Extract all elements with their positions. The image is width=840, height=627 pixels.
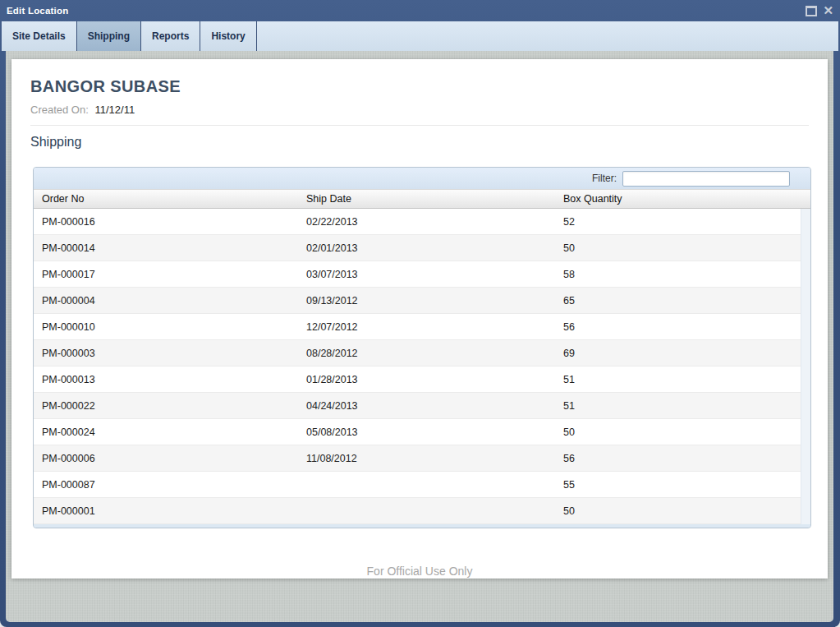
column-header-order-no[interactable]: Order No (34, 193, 298, 205)
table-row[interactable]: PM-00002204/24/201351 (34, 393, 801, 419)
tab-history[interactable]: History (200, 21, 256, 51)
cell-order-no: PM-000006 (34, 453, 298, 464)
filter-input[interactable] (622, 171, 790, 187)
table-row[interactable]: PM-00000611/08/201256 (34, 445, 801, 472)
window-title: Edit Location (7, 6, 68, 16)
maximize-icon[interactable] (806, 6, 817, 16)
cell-box-quantity: 58 (555, 269, 801, 280)
cell-box-quantity: 56 (555, 321, 801, 333)
table-row[interactable]: PM-00001301/28/201351 (34, 367, 801, 393)
cell-box-quantity: 56 (555, 453, 801, 464)
cell-order-no: PM-000013 (34, 374, 298, 385)
cell-order-no: PM-000014 (34, 242, 298, 254)
cell-box-quantity: 65 (555, 295, 801, 307)
cell-order-no: PM-000003 (34, 348, 298, 359)
cell-order-no: PM-000087 (34, 479, 298, 491)
table-row[interactable]: PM-00000150 (34, 498, 801, 524)
cell-box-quantity: 51 (555, 400, 801, 412)
tab-reports[interactable]: Reports (141, 21, 200, 51)
scrollbar-track[interactable] (801, 209, 810, 524)
table-row[interactable]: PM-00000308/28/201269 (34, 340, 801, 367)
cell-order-no: PM-000010 (34, 321, 298, 333)
content-area: BANGOR SUBASE Created On: 11/12/11 Shipp… (6, 51, 833, 622)
created-on-label: Created On: (30, 104, 89, 116)
column-header-box-quantity[interactable]: Box Quantity (555, 193, 810, 205)
cell-ship-date: 01/28/2013 (298, 374, 555, 385)
cell-box-quantity: 52 (555, 216, 801, 228)
cell-ship-date: 09/13/2012 (298, 295, 555, 307)
created-on-value: 11/12/11 (94, 104, 135, 116)
cell-ship-date: 05/08/2013 (298, 426, 555, 438)
filter-bar: Filter: (34, 168, 810, 189)
footer-note: For Official Use Only (11, 565, 828, 579)
table-row[interactable]: PM-00001602/22/201352 (34, 209, 801, 235)
table-row[interactable]: PM-00000409/13/201265 (34, 288, 801, 314)
table-row[interactable]: PM-00001402/01/201350 (34, 235, 801, 261)
page-title: BANGOR SUBASE (30, 77, 181, 96)
cell-box-quantity: 55 (555, 479, 801, 491)
divider (30, 125, 809, 126)
cell-order-no: PM-000024 (34, 426, 298, 438)
grid-body: PM-00001602/22/201352PM-00001402/01/2013… (34, 209, 810, 528)
cell-ship-date: 11/08/2012 (298, 453, 555, 464)
created-on-line: Created On: 11/12/11 (30, 104, 135, 116)
cell-box-quantity: 50 (555, 505, 801, 517)
cell-ship-date: 02/01/2013 (298, 242, 555, 254)
tab-bar: Site DetailsShippingReportsHistory (2, 21, 838, 51)
shipping-grid: Filter: Order NoShip DateBox Quantity PM… (33, 167, 811, 528)
window-controls: ✕ (806, 5, 833, 16)
edit-location-window: Edit Location ✕ Site DetailsShippingRepo… (0, 0, 840, 627)
section-title: Shipping (30, 135, 81, 150)
table-row[interactable]: PM-00001703/07/201358 (34, 261, 801, 288)
table-row[interactable]: PM-00001012/07/201256 (34, 314, 801, 340)
cell-box-quantity: 50 (555, 242, 801, 254)
filter-label: Filter: (592, 173, 617, 184)
table-row[interactable]: PM-00002405/08/201350 (34, 419, 801, 445)
cell-box-quantity: 69 (555, 348, 801, 359)
cell-box-quantity: 50 (555, 426, 801, 438)
cell-ship-date: 12/07/2012 (298, 321, 555, 333)
cell-ship-date: 08/28/2012 (298, 348, 555, 359)
column-header-ship-date[interactable]: Ship Date (298, 193, 555, 205)
close-icon[interactable]: ✕ (823, 5, 833, 16)
cell-order-no: PM-000004 (34, 295, 298, 307)
cell-order-no: PM-000001 (34, 505, 298, 517)
cell-ship-date: 04/24/2013 (298, 400, 555, 412)
main-panel: BANGOR SUBASE Created On: 11/12/11 Shipp… (11, 59, 828, 579)
cell-order-no: PM-000017 (34, 269, 298, 280)
cell-order-no: PM-000016 (34, 216, 298, 228)
cell-box-quantity: 51 (555, 374, 801, 385)
cell-ship-date: 02/22/2013 (298, 216, 555, 228)
cell-ship-date: 03/07/2013 (298, 269, 555, 280)
table-row[interactable]: PM-00008755 (34, 472, 801, 498)
tab-shipping[interactable]: Shipping (77, 21, 141, 51)
grid-header: Order NoShip DateBox Quantity (34, 189, 810, 209)
cell-order-no: PM-000022 (34, 400, 298, 412)
tab-site-details[interactable]: Site Details (2, 21, 77, 51)
titlebar: Edit Location ✕ (0, 0, 840, 21)
